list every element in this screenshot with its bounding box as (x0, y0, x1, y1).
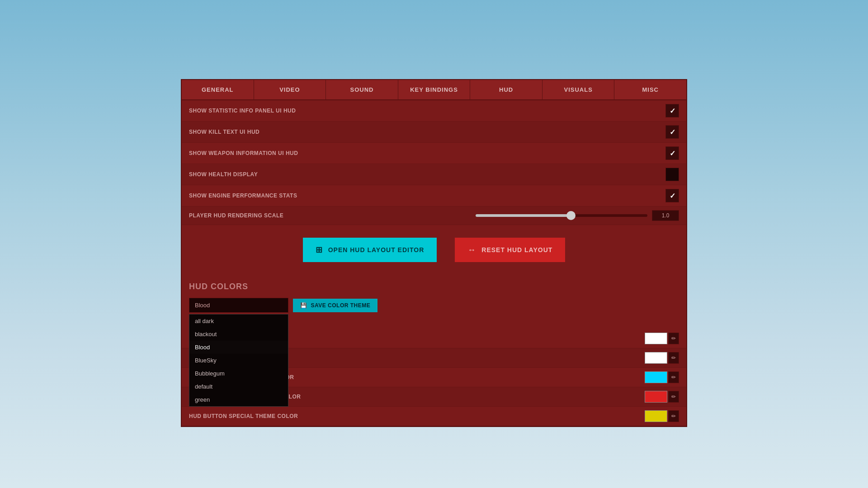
dropdown-item-green[interactable]: green (189, 393, 288, 406)
grid-icon: ⊞ (316, 245, 323, 255)
nav-tabs: GENERAL VIDEO SOUND KEY BINDINGS HUD VIS… (182, 80, 686, 100)
color-swatch-normal[interactable] (645, 333, 667, 344)
color-edit-active[interactable]: ✏ (668, 371, 679, 383)
dropdown-item-alldark[interactable]: all dark (189, 314, 288, 328)
setting-row-weapon: SHOW WEAPON INFORMATION UI HUD (182, 143, 686, 164)
checkbox-weapon[interactable] (665, 146, 679, 160)
setting-label-scale: PLAYER HUD RENDERING SCALE (189, 212, 476, 219)
arrows-icon: ↔ (467, 245, 476, 255)
color-swatch-active-wrap: ✏ (645, 371, 679, 383)
dropdown-item-blood[interactable]: Blood (189, 341, 288, 354)
color-swatch-active[interactable] (645, 371, 667, 383)
tab-misc[interactable]: MISC (614, 80, 686, 99)
dropdown-list: all dark blackout Blood BlueSky Bubblegu… (189, 314, 288, 407)
color-swatch-warning-wrap: ✏ (645, 391, 679, 403)
slider-thumb[interactable] (566, 211, 576, 220)
color-swatch-hover[interactable] (645, 352, 667, 364)
setting-label-statistic: SHOW STATISTIC INFO PANEL UI HUD (189, 108, 665, 114)
color-edit-special[interactable]: ✏ (668, 410, 679, 422)
slider-value: 1.0 (652, 210, 679, 221)
open-hud-editor-button[interactable]: ⊞ OPEN HUD LAYOUT EDITOR (303, 238, 437, 262)
color-swatch-special[interactable] (645, 410, 667, 422)
color-label-special: HUD BUTTON SPECIAL THEME COLOR (189, 413, 645, 419)
setting-row-statistic: SHOW STATISTIC INFO PANEL UI HUD (182, 100, 686, 122)
reset-hud-layout-button[interactable]: ↔ RESET HUD LAYOUT (455, 238, 565, 262)
setting-row-scale: PLAYER HUD RENDERING SCALE 1.0 (182, 206, 686, 225)
setting-row-killtext: SHOW KILL TEXT UI HUD (182, 122, 686, 143)
dropdown-item-bubblegum[interactable]: Bubblegum (189, 367, 288, 380)
slider-track[interactable] (476, 214, 647, 217)
dropdown-item-bluesky[interactable]: BlueSky (189, 354, 288, 367)
setting-label-health: SHOW HEALTH DISPLAY (189, 171, 665, 178)
checkbox-killtext[interactable] (665, 125, 679, 139)
tab-sound[interactable]: SOUND (326, 80, 398, 99)
hud-colors-section: HUD COLORS Blood all dark blackout Blood… (182, 275, 686, 313)
save-icon: 💾 (300, 302, 307, 309)
main-panel: GENERAL VIDEO SOUND KEY BINDINGS HUD VIS… (181, 79, 687, 427)
dropdown-item-default[interactable]: default (189, 380, 288, 393)
color-swatch-normal-wrap: ✏ (645, 333, 679, 344)
reset-hud-label: RESET HUD LAYOUT (481, 246, 552, 253)
theme-dropdown[interactable]: Blood (189, 298, 288, 313)
color-edit-normal[interactable]: ✏ (668, 333, 679, 344)
setting-label-weapon: SHOW WEAPON INFORMATION UI HUD (189, 150, 665, 156)
buttons-row: ⊞ OPEN HUD LAYOUT EDITOR ↔ RESET HUD LAY… (182, 225, 686, 275)
checkbox-statistic[interactable] (665, 104, 679, 117)
tab-video[interactable]: VIDEO (254, 80, 326, 99)
hud-colors-title: HUD COLORS (189, 282, 679, 291)
dropdown-item-blackout[interactable]: blackout (189, 328, 288, 341)
setting-row-health: SHOW HEALTH DISPLAY (182, 164, 686, 185)
color-edit-warning[interactable]: ✏ (668, 391, 679, 403)
slider-container: 1.0 (476, 210, 679, 221)
color-edit-hover[interactable]: ✏ (668, 352, 679, 364)
tab-hud[interactable]: HUD (470, 80, 542, 99)
content-area: SHOW STATISTIC INFO PANEL UI HUD SHOW KI… (182, 100, 686, 426)
tab-keybindings[interactable]: KEY BINDINGS (398, 80, 471, 99)
color-swatch-special-wrap: ✏ (645, 410, 679, 422)
open-hud-editor-label: OPEN HUD LAYOUT EDITOR (328, 246, 425, 253)
dropdown-save-row: Blood all dark blackout Blood BlueSky Bu… (189, 298, 679, 313)
checkbox-engine[interactable] (665, 189, 679, 202)
setting-label-engine: SHOW ENGINE PERFORMANCE STATS (189, 192, 665, 199)
setting-label-killtext: SHOW KILL TEXT UI HUD (189, 129, 665, 135)
color-swatch-warning[interactable] (645, 391, 667, 403)
checkbox-health[interactable] (665, 168, 679, 181)
color-row-special: HUD BUTTON SPECIAL THEME COLOR ✏ (182, 407, 686, 426)
tab-general[interactable]: GENERAL (182, 80, 254, 99)
tab-visuals[interactable]: VISUALS (542, 80, 615, 99)
color-swatch-hover-wrap: ✏ (645, 352, 679, 364)
slider-fill (476, 214, 570, 217)
save-color-theme-button[interactable]: 💾 SAVE COLOR THEME (293, 299, 377, 312)
save-color-theme-label: SAVE COLOR THEME (311, 302, 371, 309)
setting-row-engine: SHOW ENGINE PERFORMANCE STATS (182, 185, 686, 206)
